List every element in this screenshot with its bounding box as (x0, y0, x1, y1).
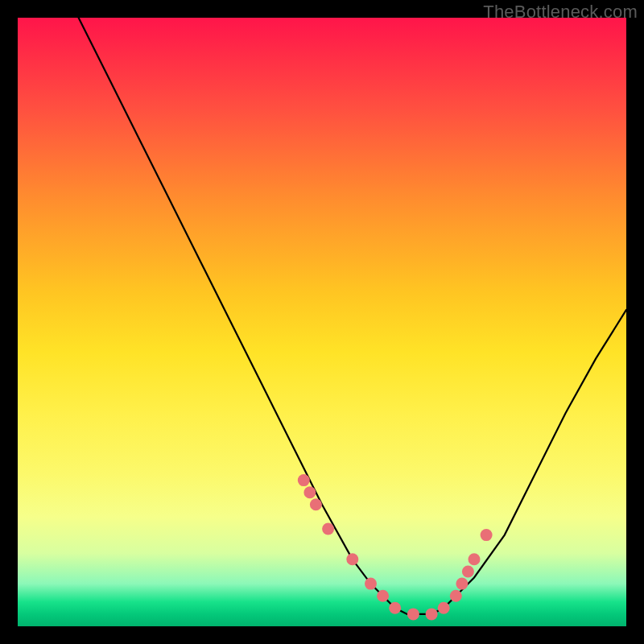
marker-dot (298, 474, 310, 486)
marker-dot (365, 578, 377, 590)
marker-dot (469, 553, 481, 565)
watermark-text: TheBottleneck.com (483, 2, 638, 23)
marker-dot (303, 486, 316, 498)
marker-dot (346, 553, 358, 565)
marker-dot (462, 566, 474, 578)
chart-frame: TheBottleneck.com (0, 0, 644, 644)
marker-dot (407, 608, 419, 620)
marker-dot (389, 602, 401, 614)
marker-dot (377, 590, 389, 602)
marker-dot (456, 578, 468, 590)
curve-layer (18, 18, 626, 626)
marker-dot (438, 602, 450, 614)
plot-area (18, 18, 626, 626)
marker-group (298, 474, 493, 620)
marker-dot (450, 590, 462, 602)
marker-dot (426, 608, 438, 620)
marker-dot (322, 523, 334, 535)
marker-dot (481, 529, 493, 541)
bottleneck-curve (79, 18, 626, 614)
marker-dot (310, 498, 322, 510)
